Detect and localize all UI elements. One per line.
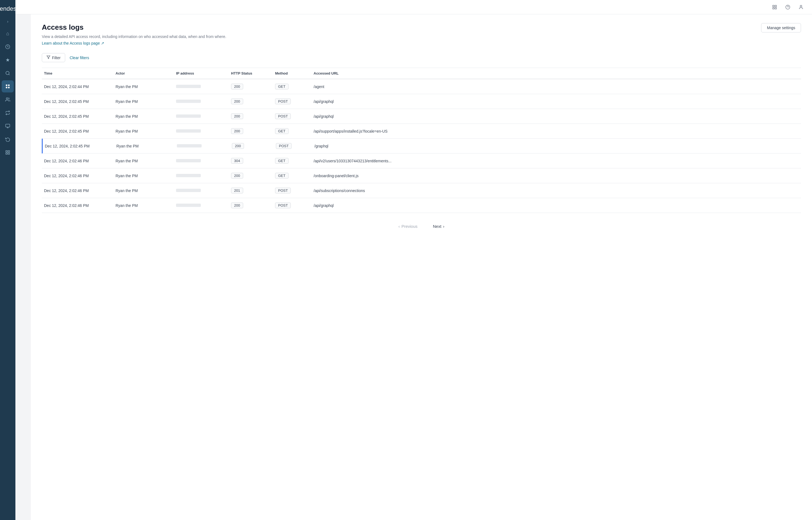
cell-ip [174, 159, 229, 163]
cell-url: /api/subscriptions/connections [312, 188, 801, 193]
sidebar-item-favorites[interactable]: ★ [2, 54, 14, 66]
topbar [16, 0, 812, 14]
cell-status: 200 [229, 173, 273, 179]
table-header: Time Actor IP address HTTP Status Method… [42, 68, 801, 79]
svg-rect-13 [8, 153, 10, 154]
cell-status: 200 [229, 113, 273, 119]
cell-time: Dec 12, 2024, 2:02:46 PM [42, 174, 113, 178]
svg-rect-11 [6, 151, 7, 152]
column-header-time: Time [42, 71, 113, 75]
cell-url: /api/v2/users/10331307443213/entitlement… [312, 159, 801, 163]
help-icon[interactable] [783, 3, 792, 11]
cell-url: /graphql [312, 144, 801, 148]
cell-actor: Ryan the PM [113, 174, 174, 178]
cell-status: 304 [229, 158, 273, 164]
column-header-actor: Actor [113, 71, 174, 75]
header-right: Manage settings [761, 23, 801, 32]
column-header-ip: IP address [174, 71, 229, 75]
cell-ip [174, 99, 229, 104]
table-row: Dec 12, 2024, 2:02:46 PM Ryan the PM 200… [42, 168, 801, 183]
filter-icon [47, 55, 50, 60]
table-body: Dec 12, 2024, 2:02:44 PM Ryan the PM 200… [42, 79, 801, 213]
table-row: Dec 12, 2024, 2:02:44 PM Ryan the PM 200… [42, 79, 801, 94]
sidebar-item-channels[interactable] [2, 107, 14, 119]
next-button[interactable]: Next › [429, 222, 449, 231]
table-row: Dec 12, 2024, 2:02:45 PM Ryan the PM 200… [42, 139, 801, 154]
cell-time: Dec 12, 2024, 2:02:45 PM [42, 129, 113, 133]
svg-rect-16 [775, 5, 777, 7]
cell-status: 200 [229, 128, 273, 134]
cell-method: POST [273, 99, 312, 104]
cell-method: POST [273, 188, 312, 193]
sidebar-item-automation[interactable] [2, 133, 14, 145]
svg-line-2 [8, 74, 9, 75]
sidebar-item-recent[interactable] [2, 41, 14, 53]
sidebar-item-admin[interactable] [2, 80, 14, 93]
learn-more-link[interactable]: Learn about the Access logs page ↗ [42, 41, 104, 45]
cell-time: Dec 12, 2024, 2:02:45 PM [42, 114, 113, 119]
cell-ip [175, 144, 230, 148]
learn-more-text: Learn about the Access logs page [42, 41, 100, 45]
column-header-method: Method [273, 71, 312, 75]
svg-rect-15 [773, 5, 774, 7]
cell-ip [174, 203, 229, 208]
sidebar-item-apps[interactable] [2, 146, 14, 158]
column-header-status: HTTP Status [229, 71, 273, 75]
cell-time: Dec 12, 2024, 2:02:46 PM [42, 159, 113, 163]
previous-icon: ‹ [398, 224, 400, 229]
table-row: Dec 12, 2024, 2:02:46 PM Ryan the PM 200… [42, 198, 801, 213]
cell-ip [174, 174, 229, 178]
column-header-url: Accessed URL [312, 71, 801, 75]
cell-method: POST [273, 113, 312, 119]
svg-point-21 [800, 5, 802, 7]
cell-url: /agent [312, 84, 801, 89]
cell-time: Dec 12, 2024, 2:02:46 PM [42, 188, 113, 193]
cell-status: 200 [230, 143, 274, 149]
filter-button[interactable]: Filter [42, 53, 65, 62]
cell-url: /api/graphql [312, 114, 801, 119]
cell-url: /api/graphql [312, 203, 801, 208]
svg-rect-5 [6, 87, 7, 88]
cell-url: /api/graphql [312, 99, 801, 104]
table-row: Dec 12, 2024, 2:02:46 PM Ryan the PM 304… [42, 154, 801, 168]
svg-rect-18 [775, 7, 777, 9]
clear-filters-button[interactable]: Clear filters [70, 54, 89, 61]
cell-actor: Ryan the PM [113, 99, 174, 104]
cell-time: Dec 12, 2024, 2:02:45 PM [43, 144, 114, 148]
sidebar-expand-button[interactable]: › [4, 18, 11, 25]
svg-rect-14 [6, 153, 7, 154]
next-label: Next [433, 224, 441, 229]
previous-label: Previous [401, 224, 417, 229]
cell-actor: Ryan the PM [114, 144, 175, 148]
sidebar-item-people[interactable] [2, 94, 14, 106]
cell-method: GET [273, 128, 312, 134]
svg-rect-17 [773, 7, 774, 9]
previous-button[interactable]: ‹ Previous [394, 222, 422, 231]
cell-ip [174, 188, 229, 193]
manage-settings-button[interactable]: Manage settings [761, 23, 801, 32]
cell-actor: Ryan the PM [113, 188, 174, 193]
grid-icon[interactable] [770, 3, 779, 11]
cell-actor: Ryan the PM [113, 159, 174, 163]
sidebar-item-search[interactable] [2, 67, 14, 79]
cell-actor: Ryan the PM [113, 114, 174, 119]
app-logo: Zendesk [2, 3, 13, 14]
cell-status: 200 [229, 99, 273, 104]
svg-rect-8 [6, 124, 10, 127]
cell-method: GET [273, 173, 312, 179]
svg-rect-4 [8, 84, 10, 86]
sidebar-item-home[interactable]: ⌂ [2, 27, 14, 40]
main-content: Access logs View a detailed API access r… [31, 14, 812, 520]
access-logs-table: Time Actor IP address HTTP Status Method… [42, 68, 801, 213]
svg-point-7 [6, 98, 8, 99]
table-row: Dec 12, 2024, 2:02:45 PM Ryan the PM 200… [42, 124, 801, 139]
cell-actor: Ryan the PM [113, 129, 174, 133]
cell-ip [174, 84, 229, 89]
page-header: Access logs View a detailed API access r… [42, 23, 801, 52]
profile-icon[interactable] [796, 3, 805, 11]
cell-time: Dec 12, 2024, 2:02:44 PM [42, 84, 113, 89]
svg-marker-22 [47, 56, 50, 59]
table-row: Dec 12, 2024, 2:02:45 PM Ryan the PM 200… [42, 94, 801, 109]
next-icon: › [443, 224, 444, 229]
sidebar-item-views[interactable] [2, 120, 14, 132]
